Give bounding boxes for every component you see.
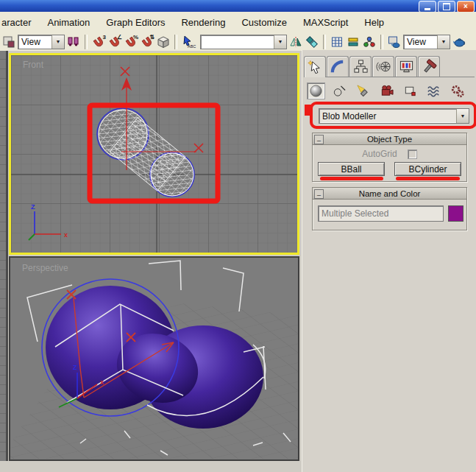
tab-modify[interactable] — [327, 56, 349, 77]
curve-editor-icon[interactable] — [346, 35, 360, 49]
menu-item-character[interactable]: aracter — [0, 17, 39, 28]
rollout-header[interactable]: _ Object Type — [313, 133, 466, 145]
create-categories — [307, 82, 466, 99]
asset-browser-icon[interactable] — [1, 35, 16, 49]
collapse-button[interactable]: _ — [314, 189, 324, 199]
tab-hierarchy[interactable] — [349, 56, 372, 77]
render-view-dropdown[interactable]: View ▼ — [403, 35, 450, 49]
bcylinder-button[interactable]: BCylinder — [394, 162, 461, 176]
category-helpers[interactable] — [401, 82, 419, 99]
menu-item-graph-editors[interactable]: Graph Editors — [98, 17, 173, 28]
percent-snap-icon[interactable]: % — [124, 35, 138, 49]
tab-create[interactable] — [304, 56, 326, 77]
category-shapes[interactable] — [330, 82, 349, 99]
rollout-title: Object Type — [313, 135, 466, 144]
menu-item-customize[interactable]: Customize — [233, 17, 294, 28]
category-systems[interactable] — [448, 82, 466, 99]
minimize-icon — [425, 8, 430, 10]
chevron-down-icon[interactable]: ▼ — [456, 109, 469, 123]
annotation-bcylinder-underline — [396, 177, 460, 180]
angle-snap-icon[interactable]: ∠ — [107, 35, 122, 49]
name-color-rollout: _ Name and Color — [312, 187, 467, 230]
main-toolbar: View ▼ 3 ∠ % ⇅ ABC — [0, 32, 476, 51]
menu-bar: aracter Animation Graph Editors Renderin… — [0, 12, 476, 33]
spinner-snap-icon[interactable]: ⇅ — [140, 35, 154, 49]
left-viewport-edge — [0, 51, 8, 461]
toolbar-separator — [174, 35, 177, 49]
layer-manager-icon[interactable] — [330, 35, 344, 49]
annotation-dropdown-tab — [305, 105, 313, 116]
rollout-title: Name and Color — [313, 189, 466, 198]
dropdown-value: View — [18, 37, 51, 47]
toolbar-separator — [85, 35, 88, 49]
dropdown-value: Blob Modeller — [319, 111, 456, 121]
maximize-icon — [443, 3, 450, 10]
3ds-max-window: × aracter Animation Graph Editors Render… — [0, 0, 476, 472]
category-space-warps[interactable] — [425, 82, 443, 99]
object-color-swatch[interactable] — [448, 205, 463, 222]
chevron-down-icon[interactable]: ▼ — [51, 35, 64, 49]
minimize-button[interactable] — [419, 1, 436, 13]
snap-toggle-3d-icon[interactable]: 3 — [91, 35, 106, 49]
named-selection-sets-icon[interactable]: ABC — [181, 35, 199, 49]
autogrid-label: AutoGrid — [362, 149, 397, 159]
abc-label: ABC — [188, 44, 196, 49]
svg-text:Z: Z — [73, 364, 77, 371]
tab-motion[interactable] — [372, 56, 394, 77]
object-category-dropdown[interactable]: Blob Modeller ▼ — [319, 108, 469, 124]
command-panel-tabs — [304, 56, 475, 77]
menu-item-help[interactable]: Help — [356, 17, 392, 28]
front-viewport-label: Front — [23, 60, 44, 70]
object-type-rollout: _ Object Type AutoGrid BBall BCylinder — [312, 133, 467, 182]
close-icon: × — [463, 3, 468, 10]
command-panel: Blob Modeller ▼ _ Object Type AutoGrid B… — [302, 50, 476, 472]
persp-viewport-label: Perspective — [22, 263, 68, 273]
snap-cube-icon[interactable] — [156, 35, 171, 49]
rollout-header[interactable]: _ Name and Color — [313, 188, 466, 200]
manipulate-icon[interactable] — [66, 35, 81, 49]
render-setup-icon[interactable] — [387, 35, 402, 49]
dropdown-value: View — [404, 37, 437, 47]
named-selection-dropdown[interactable]: ▼ — [200, 35, 287, 49]
toolbar-separator — [323, 35, 326, 49]
tab-display[interactable] — [395, 56, 417, 77]
quick-render-icon[interactable] — [452, 35, 466, 49]
maximize-button[interactable] — [438, 1, 455, 13]
category-lights[interactable] — [354, 82, 372, 99]
schematic-view-icon[interactable] — [362, 35, 377, 49]
title-bar[interactable]: × — [0, 0, 476, 12]
menu-item-animation[interactable]: Animation — [39, 17, 98, 28]
align-icon[interactable] — [305, 35, 319, 49]
perspective-viewport[interactable]: Z x Perspective — [9, 256, 299, 461]
svg-text:x: x — [64, 231, 68, 239]
svg-text:x: x — [100, 378, 104, 386]
collapse-button[interactable]: _ — [314, 135, 324, 144]
chevron-down-icon[interactable]: ▼ — [274, 35, 286, 49]
tab-utilities[interactable] — [418, 56, 440, 77]
bball-button[interactable]: BBall — [318, 162, 385, 176]
mirror-icon[interactable] — [288, 35, 303, 49]
menu-item-rendering[interactable]: Rendering — [173, 17, 233, 28]
category-geometry[interactable] — [307, 82, 325, 99]
autogrid-checkbox[interactable] — [408, 149, 417, 159]
toolbar-separator — [380, 35, 383, 49]
category-cameras[interactable] — [377, 82, 396, 99]
status-area — [0, 461, 302, 472]
chevron-down-icon[interactable]: ▼ — [437, 35, 450, 49]
object-name-field[interactable] — [318, 205, 444, 222]
close-button[interactable]: × — [457, 1, 475, 13]
annotation-bball-underline — [320, 177, 383, 180]
svg-text:Z: Z — [31, 203, 35, 211]
menu-item-maxscript[interactable]: MAXScript — [295, 17, 356, 28]
reference-coordsys-dropdown[interactable]: View ▼ — [18, 35, 65, 49]
front-viewport[interactable]: Z x Front — [9, 53, 299, 255]
